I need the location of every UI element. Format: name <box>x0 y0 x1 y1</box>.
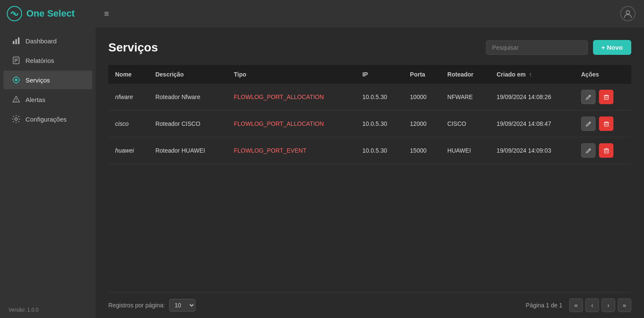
svg-point-18 <box>626 11 630 14</box>
per-page-control: Registros por página: 10 25 50 100 <box>108 299 195 312</box>
delete-button-2[interactable] <box>599 143 613 158</box>
col-ip: IP <box>356 65 403 84</box>
services-table: Nome Descrição Tipo IP Porta Roteador Cr… <box>108 65 631 164</box>
svg-rect-32 <box>604 149 608 153</box>
cell-ip-0: 10.0.5.30 <box>356 84 403 111</box>
cell-nome-0: nfware <box>108 84 149 111</box>
cell-ip-2: 10.0.5.30 <box>356 137 403 164</box>
trash-icon <box>603 94 610 100</box>
cell-descricao-2: Roteador HUAWEI <box>149 137 227 164</box>
cell-acoes-2 <box>574 137 631 164</box>
table-row: huawei Roteador HUAWEI FLOWLOG_PORT_EVEN… <box>108 137 631 164</box>
sidebar-item-relatorios[interactable]: Relatórios <box>3 51 92 70</box>
footer: Registros por página: 10 25 50 100 Págin… <box>108 292 631 318</box>
page-last-button[interactable]: » <box>618 298 631 312</box>
service-icon <box>12 76 20 84</box>
table-row: cisco Roteador CISCO FLOWLOG_PORT_ALLOCA… <box>108 111 631 137</box>
cell-roteador-0: NFWARE <box>441 84 490 111</box>
logo-area: One Select <box>0 0 96 27</box>
col-criado-em[interactable]: Criado em ↑ <box>490 65 574 84</box>
logo-icon <box>7 6 22 21</box>
cell-acoes-1 <box>574 111 631 137</box>
version-label: Versão: 1.0.0 <box>0 302 96 318</box>
svg-line-25 <box>589 122 590 123</box>
svg-line-19 <box>589 96 590 97</box>
table-body: nfware Roteador Nfware FLOWLOG_PORT_ALLO… <box>108 84 631 164</box>
delete-button-1[interactable] <box>599 116 613 131</box>
user-avatar-button[interactable] <box>620 6 636 21</box>
page-header: Serviços + Novo <box>108 40 631 55</box>
cell-tipo-1: FLOWLOG_PORT_ALLOCATION <box>227 111 355 137</box>
edit-button-0[interactable] <box>581 90 596 104</box>
cell-nome-1: cisco <box>108 111 149 137</box>
page-next-button[interactable]: › <box>602 298 615 312</box>
report-icon <box>12 56 20 65</box>
cell-criado-2: 19/09/2024 14:09:03 <box>490 137 574 164</box>
sort-arrow-icon: ↑ <box>529 71 532 78</box>
svg-point-10 <box>15 79 17 81</box>
delete-button-0[interactable] <box>599 90 613 104</box>
services-table-container: Nome Descrição Tipo IP Porta Roteador Cr… <box>108 65 631 289</box>
alert-icon <box>12 95 20 104</box>
svg-rect-3 <box>15 39 17 44</box>
sidebar-label-relatorios: Relatórios <box>25 57 54 64</box>
svg-rect-2 <box>13 41 14 44</box>
col-descricao: Descrição <box>149 65 227 84</box>
logo-text: One Select <box>26 8 75 19</box>
col-porta: Porta <box>403 65 441 84</box>
cell-criado-0: 19/09/2024 14:08:26 <box>490 84 574 111</box>
cell-descricao-0: Roteador Nfware <box>149 84 227 111</box>
topbar: ≡ <box>96 0 644 27</box>
sidebar-item-dashboard[interactable]: Dashboard <box>3 31 92 50</box>
sidebar-label-servicos: Serviços <box>25 77 50 84</box>
sidebar-label-configuracoes: Configurações <box>25 116 67 123</box>
cell-porta-0: 10000 <box>403 84 441 111</box>
page-prev-button[interactable]: ‹ <box>585 298 599 312</box>
edit-icon <box>585 94 592 100</box>
cell-porta-1: 12000 <box>403 111 441 137</box>
per-page-select[interactable]: 10 25 50 100 <box>169 299 195 312</box>
page-first-button[interactable]: « <box>569 298 583 312</box>
svg-line-31 <box>589 149 590 150</box>
cell-roteador-1: CISCO <box>441 111 490 137</box>
col-tipo: Tipo <box>227 65 355 84</box>
cell-nome-2: huawei <box>108 137 149 164</box>
cell-tipo-2: FLOWLOG_PORT_EVENT <box>227 137 355 164</box>
col-acoes: Ações <box>574 65 631 84</box>
cell-acoes-0 <box>574 84 631 111</box>
header-actions: + Novo <box>486 40 631 55</box>
menu-toggle-button[interactable]: ≡ <box>104 9 109 18</box>
trash-icon <box>603 148 610 154</box>
col-roteador: Roteador <box>441 65 490 84</box>
content-area: Serviços + Novo Nome Descrição Tipo IP P… <box>96 27 644 318</box>
edit-button-2[interactable] <box>581 143 596 158</box>
svg-rect-26 <box>604 122 608 126</box>
cell-porta-2: 15000 <box>403 137 441 164</box>
svg-point-1 <box>13 12 16 15</box>
edit-icon <box>585 121 592 127</box>
cell-ip-1: 10.0.5.30 <box>356 111 403 137</box>
pagination-label: Página 1 de 1 <box>526 302 562 309</box>
sidebar-item-configuracoes[interactable]: Configurações <box>3 110 92 128</box>
cell-criado-1: 19/09/2024 14:08:47 <box>490 111 574 137</box>
gear-icon <box>12 115 20 123</box>
pagination: Página 1 de 1 « ‹ › » <box>526 298 631 312</box>
svg-rect-4 <box>18 37 20 44</box>
edit-button-1[interactable] <box>581 116 596 131</box>
cell-descricao-1: Roteador CISCO <box>149 111 227 137</box>
user-icon <box>623 9 633 18</box>
edit-icon <box>585 148 592 154</box>
svg-point-16 <box>16 101 17 102</box>
svg-point-17 <box>15 118 17 120</box>
sidebar-label-alertas: Alertas <box>25 96 45 103</box>
sidebar-item-servicos[interactable]: Serviços <box>3 71 92 89</box>
chart-icon <box>12 37 20 45</box>
main-area: ≡ Serviços + Novo Nome Descri <box>96 0 644 318</box>
sidebar-nav: Dashboard Relatórios Serviços <box>0 27 96 302</box>
per-page-label: Registros por página: <box>108 302 165 309</box>
cell-roteador-2: HUAWEI <box>441 137 490 164</box>
sidebar-item-alertas[interactable]: Alertas <box>3 90 92 109</box>
col-nome: Nome <box>108 65 149 84</box>
new-button[interactable]: + Novo <box>593 40 631 55</box>
search-input[interactable] <box>486 40 588 55</box>
